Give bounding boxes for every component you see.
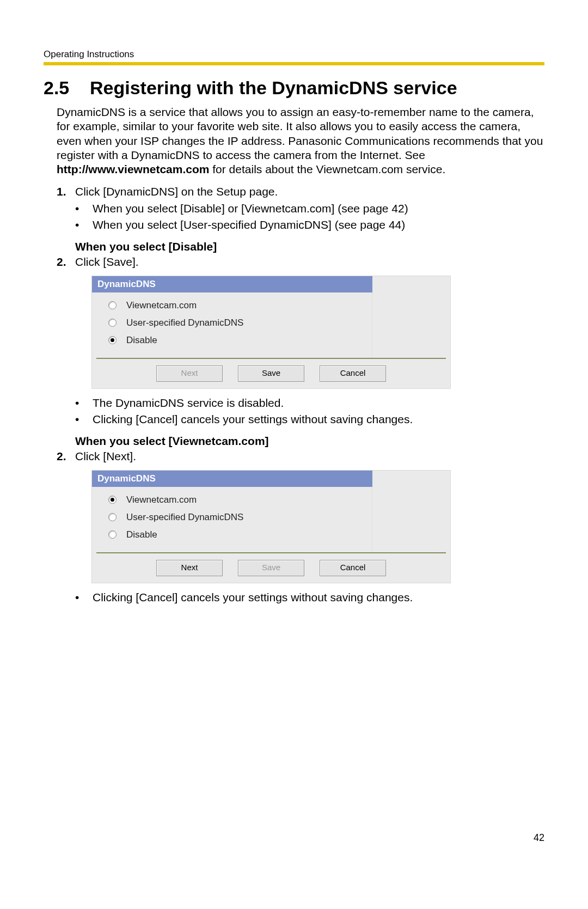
radio-label: Viewnetcam.com [126,495,197,505]
section-b-heading: When you select [Viewnetcam.com] [75,435,544,448]
panel-b: DynamicDNS Viewnetcam.com User-specified… [91,470,451,583]
radio-icon [108,301,117,309]
radio-label: User-specified DynamicDNS [126,318,243,328]
bullet-icon: • [75,412,93,427]
radio-option-user-specified[interactable]: User-specified DynamicDNS [92,314,372,332]
radio-icon [108,530,117,539]
bullet-text: Clicking [Cancel] cancels your settings … [93,590,544,605]
save-button[interactable]: Save [238,560,304,576]
bullet-icon: • [75,590,93,605]
panel-a: DynamicDNS Viewnetcam.com User-specified… [91,276,451,389]
section-b-step-2: 2. Click [Next]. [57,449,544,464]
bullet-icon: • [75,395,93,411]
step-text: Click [Next]. [75,449,544,464]
next-button[interactable]: Next [156,560,223,576]
radio-label: User-specified DynamicDNS [126,512,243,523]
section-a-heading: When you select [Disable] [75,240,544,253]
bullet-icon: • [75,217,93,233]
bullet-text: When you select [User-specified DynamicD… [93,217,544,233]
section-a-step-2: 2. Click [Save]. [57,254,544,270]
radio-label: Disable [126,335,157,346]
bullet-text: When you select [Disable] or [Viewnetcam… [93,201,544,216]
radio-icon [108,319,117,327]
save-button[interactable]: Save [238,365,304,382]
header-rule [44,62,544,65]
radio-option-viewnetcam[interactable]: Viewnetcam.com [92,297,372,314]
step-1-text: Click [DynamicDNS] on the Setup page. [75,184,544,199]
step-text: Click [Save]. [75,254,544,270]
step-1-bullets: •When you select [Disable] or [Viewnetca… [75,201,544,233]
radio-icon [108,513,117,521]
step-1: 1. Click [DynamicDNS] on the Setup page. [57,184,544,199]
radio-icon [108,336,117,344]
section-b-after-bullets: •Clicking [Cancel] cancels your settings… [75,590,544,605]
panel-a-title: DynamicDNS [92,276,372,292]
cancel-button[interactable]: Cancel [320,560,386,576]
radio-option-disable[interactable]: Disable [92,332,372,349]
intro-text-2: for details about the Viewnetcam.com ser… [209,163,445,175]
intro-paragraph: DynamicDNS is a service that allows you … [57,105,544,176]
panel-a-body: Viewnetcam.com User-specified DynamicDNS… [92,292,372,358]
step-1-number: 1. [57,184,75,199]
step-number: 2. [57,254,75,270]
step-number: 2. [57,449,75,464]
section-number: 2.5 [44,77,90,99]
radio-option-viewnetcam[interactable]: Viewnetcam.com [92,491,372,509]
section-heading: 2.5Registering with the DynamicDNS servi… [44,77,544,99]
intro-text-1: DynamicDNS is a service that allows you … [57,106,543,161]
cancel-button[interactable]: Cancel [320,365,386,382]
radio-label: Disable [126,529,157,540]
intro-url: http://www.viewnetcam.com [57,163,209,175]
running-header: Operating Instructions [44,49,544,60]
bullet-icon: • [75,201,93,216]
panel-a-buttons: Next Save Cancel [91,359,451,389]
panel-b-title: DynamicDNS [92,471,372,487]
bullet-text: Clicking [Cancel] cancels your settings … [93,412,544,427]
radio-label: Viewnetcam.com [126,300,197,311]
section-a-after-bullets: •The DynamicDNS service is disabled. •Cl… [75,395,544,428]
page-number: 42 [534,832,544,844]
radio-option-user-specified[interactable]: User-specified DynamicDNS [92,509,372,526]
panel-b-body: Viewnetcam.com User-specified DynamicDNS… [92,487,372,552]
panel-b-buttons: Next Save Cancel [91,553,451,583]
section-title-text: Registering with the DynamicDNS service [90,77,457,98]
bullet-text: The DynamicDNS service is disabled. [93,395,544,411]
radio-option-disable[interactable]: Disable [92,526,372,544]
next-button[interactable]: Next [156,365,223,382]
radio-icon [108,496,117,504]
